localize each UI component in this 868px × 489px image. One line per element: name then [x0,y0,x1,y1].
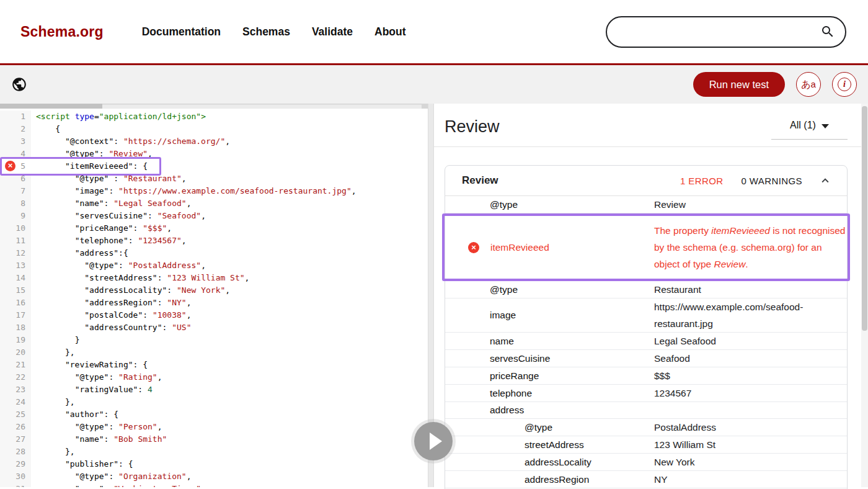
code-line[interactable]: 18"addressCountry": "US" [0,321,428,334]
code-line[interactable]: 12"address":{ [0,247,428,259]
line-number: 18 [0,321,31,334]
code-line[interactable]: 11"telephone": "1234567", [0,235,428,247]
nav-link-about[interactable]: About [374,25,406,38]
property-row[interactable]: telephone1234567 [445,385,847,402]
code-line[interactable]: 17"postalCode": "10038", [0,309,428,321]
property-name: addressRegion [445,474,654,485]
warning-count-badge: 0 WARNINGS [742,176,802,186]
code-line[interactable]: 25"author": { [0,408,428,421]
code-line[interactable]: 3"@context": "https://schema.org/", [0,135,428,148]
code-line[interactable]: 23"ratingValue": 4 [0,384,428,396]
property-name: address [445,405,654,416]
property-row[interactable]: addressRegionNY [445,471,847,488]
property-row[interactable]: addressLocalityNew York [445,454,847,471]
line-number: 7 [0,185,31,197]
line-number: 21 [0,359,31,371]
property-value: Legal Seafood [654,333,847,349]
results-vscrollbar[interactable] [861,104,868,487]
hscrollbar-thumb[interactable] [0,104,102,109]
code-line[interactable]: 16"addressRegion": "NY", [0,297,428,309]
property-name: addressLocality [445,457,654,468]
property-row[interactable]: nameLegal Seafood [445,333,847,350]
search-input[interactable] [606,16,846,48]
property-value: Review [654,196,847,213]
property-name: name [445,336,654,347]
error-row[interactable]: ×itemRevieeedThe property itemRevieeed i… [442,213,850,281]
main-nav: DocumentationSchemasValidateAbout [142,25,406,38]
property-value: https://www.example.com/seafood-restaura… [654,298,847,332]
code-line[interactable]: 22"@type": "Rating", [0,371,428,384]
code-line[interactable]: 10"priceRange": "$$$", [0,222,428,235]
code-line[interactable]: 7"image": "https://www.example.com/seafo… [0,185,428,197]
code-line[interactable]: 14"streetAddress": "123 William St", [0,272,428,284]
property-row[interactable]: streetAddress123 William St [445,436,847,454]
line-number: 31 [0,483,31,487]
results-title: Review [445,117,500,137]
code-line[interactable]: 30"@type": "Organization", [0,470,428,483]
expand-code-panel-button[interactable] [414,422,453,460]
property-row[interactable]: @typeRestaurant [445,281,847,298]
line-number: 9 [0,210,31,222]
code-line[interactable]: 13"@type": "PostalAddress", [0,259,428,272]
line-number: 24 [0,396,31,408]
nav-link-documentation[interactable]: Documentation [142,25,221,38]
result-card-header[interactable]: Review 1 ERROR 0 WARNINGS [445,166,847,196]
code-line[interactable]: 21"reviewRating": { [0,359,428,371]
site-header: Schema.org DocumentationSchemasValidateA… [0,0,868,65]
results-panel: Review All (1) Review 1 ERROR 0 WARNINGS… [434,104,868,487]
code-line[interactable]: 28}, [0,446,428,458]
validator-toolbar: Run new test あa i [0,65,868,104]
code-line[interactable]: 15"addressLocality": "New York", [0,284,428,297]
property-row[interactable]: priceRange$$$ [445,367,847,385]
code-line[interactable]: 19} [0,334,428,346]
property-name: priceRange [445,370,654,382]
line-number: 15 [0,284,31,297]
main-split: 1<script type="application/ld+json">2{3"… [0,104,868,487]
property-row[interactable]: @typeReview [445,196,847,213]
line-number: 16 [0,297,31,309]
entity-filter-label: All (1) [790,120,816,131]
chevron-up-icon[interactable] [818,174,832,187]
property-name: image [445,310,654,321]
chevron-down-icon [822,124,829,128]
property-rows: @typeReview×itemRevieeedThe property ite… [445,196,847,488]
vscrollbar-thumb[interactable] [862,106,867,331]
property-row[interactable]: address [445,402,847,419]
editor-hscrollbar[interactable] [0,104,428,109]
property-name: @type [445,199,654,210]
code-line[interactable]: 9"servesCuisine": "Seafood", [0,210,428,222]
property-row[interactable]: imagehttps://www.example.com/seafood-res… [445,298,847,333]
property-name: servesCuisine [445,353,654,364]
property-value: PostalAddress [654,419,847,436]
search-icon[interactable] [820,24,835,39]
nav-link-schemas[interactable]: Schemas [242,25,290,38]
code-line[interactable]: 2{ [0,123,428,135]
property-value: Restaurant [654,281,847,298]
code-line[interactable]: 27"name": "Bob Smith" [0,433,428,446]
error-message: The property itemRevieeed is not recogni… [654,222,848,272]
code-editor[interactable]: 1<script type="application/ld+json">2{3"… [0,104,428,487]
language-toggle-button[interactable]: あa [796,72,821,97]
code-line[interactable]: 20}, [0,346,428,359]
line-number: 3 [0,135,31,148]
line-number: 23 [0,384,31,396]
line-number: 27 [0,433,31,446]
entity-filter-dropdown[interactable]: All (1) [771,120,848,140]
code-line[interactable]: ×5"itemRevieeed": { [0,160,428,173]
code-line[interactable]: 31"name": "Washington Times", [0,483,428,487]
globe-icon [11,76,27,92]
property-row[interactable]: servesCuisineSeafood [445,350,847,367]
run-new-test-button[interactable]: Run new test [693,72,785,97]
nav-link-validate[interactable]: Validate [312,25,353,38]
info-button[interactable]: i [832,72,857,97]
site-logo[interactable]: Schema.org [20,24,104,40]
property-name: streetAddress [445,439,654,451]
code-line[interactable]: 1<script type="application/ld+json"> [0,110,428,123]
property-name: @type [445,422,654,433]
code-line[interactable]: 29"publisher": { [0,458,428,470]
property-row[interactable]: @typePostalAddress [445,419,847,436]
code-line[interactable]: 24}, [0,396,428,408]
code-line[interactable]: 8"name": "Legal Seafood", [0,197,428,210]
code-line[interactable]: 26"@type": "Person", [0,421,428,433]
line-number: 19 [0,334,31,346]
